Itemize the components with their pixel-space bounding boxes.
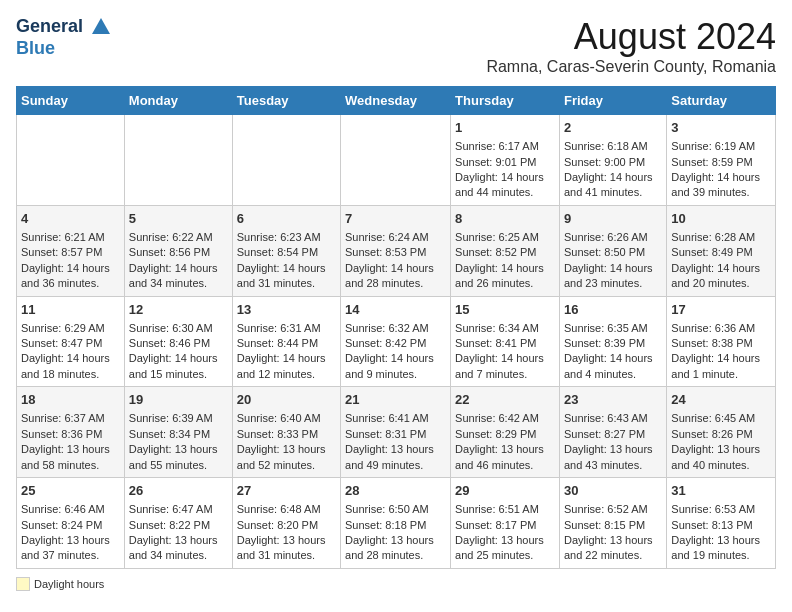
day-info: Sunrise: 6:29 AM: [21, 321, 120, 336]
calendar-week-row: 25Sunrise: 6:46 AMSunset: 8:24 PMDayligh…: [17, 478, 776, 569]
calendar-day-header: Friday: [559, 87, 666, 115]
day-number: 20: [237, 391, 336, 409]
page-header: General Blue August 2024 Ramna, Caras-Se…: [16, 16, 776, 76]
day-info: Sunrise: 6:26 AM: [564, 230, 662, 245]
calendar-cell: [232, 115, 340, 206]
day-info: Sunrise: 6:34 AM: [455, 321, 555, 336]
day-number: 21: [345, 391, 446, 409]
calendar-cell: 24Sunrise: 6:45 AMSunset: 8:26 PMDayligh…: [667, 387, 776, 478]
day-info: Daylight: 14 hours and 1 minute.: [671, 351, 771, 382]
day-info: Daylight: 14 hours and 39 minutes.: [671, 170, 771, 201]
calendar-day-header: Tuesday: [232, 87, 340, 115]
day-number: 25: [21, 482, 120, 500]
day-number: 11: [21, 301, 120, 319]
day-info: Sunset: 8:49 PM: [671, 245, 771, 260]
day-info: Daylight: 13 hours and 43 minutes.: [564, 442, 662, 473]
day-number: 14: [345, 301, 446, 319]
day-info: Sunset: 9:01 PM: [455, 155, 555, 170]
day-number: 5: [129, 210, 228, 228]
day-number: 1: [455, 119, 555, 137]
day-info: Sunset: 8:46 PM: [129, 336, 228, 351]
title-block: August 2024 Ramna, Caras-Severin County,…: [486, 16, 776, 76]
logo-icon: [90, 16, 112, 38]
calendar-cell: 10Sunrise: 6:28 AMSunset: 8:49 PMDayligh…: [667, 205, 776, 296]
calendar-header-row: SundayMondayTuesdayWednesdayThursdayFrid…: [17, 87, 776, 115]
calendar-cell: 14Sunrise: 6:32 AMSunset: 8:42 PMDayligh…: [341, 296, 451, 387]
calendar-cell: 3Sunrise: 6:19 AMSunset: 8:59 PMDaylight…: [667, 115, 776, 206]
calendar-cell: 25Sunrise: 6:46 AMSunset: 8:24 PMDayligh…: [17, 478, 125, 569]
day-info: Daylight: 14 hours and 31 minutes.: [237, 261, 336, 292]
calendar-cell: 17Sunrise: 6:36 AMSunset: 8:38 PMDayligh…: [667, 296, 776, 387]
day-info: Sunset: 8:13 PM: [671, 518, 771, 533]
day-info: Sunset: 8:27 PM: [564, 427, 662, 442]
calendar-cell: 18Sunrise: 6:37 AMSunset: 8:36 PMDayligh…: [17, 387, 125, 478]
calendar-week-row: 1Sunrise: 6:17 AMSunset: 9:01 PMDaylight…: [17, 115, 776, 206]
calendar-day-header: Saturday: [667, 87, 776, 115]
day-info: Daylight: 14 hours and 26 minutes.: [455, 261, 555, 292]
day-info: Sunset: 8:15 PM: [564, 518, 662, 533]
calendar-cell: 20Sunrise: 6:40 AMSunset: 8:33 PMDayligh…: [232, 387, 340, 478]
day-number: 27: [237, 482, 336, 500]
calendar-cell: 5Sunrise: 6:22 AMSunset: 8:56 PMDaylight…: [124, 205, 232, 296]
day-info: Sunrise: 6:41 AM: [345, 411, 446, 426]
day-info: Daylight: 14 hours and 18 minutes.: [21, 351, 120, 382]
calendar-cell: 22Sunrise: 6:42 AMSunset: 8:29 PMDayligh…: [451, 387, 560, 478]
calendar-cell: 19Sunrise: 6:39 AMSunset: 8:34 PMDayligh…: [124, 387, 232, 478]
day-number: 23: [564, 391, 662, 409]
svg-marker-0: [92, 18, 110, 34]
calendar-cell: 4Sunrise: 6:21 AMSunset: 8:57 PMDaylight…: [17, 205, 125, 296]
legend-daylight-box: [16, 577, 30, 591]
day-info: Sunrise: 6:35 AM: [564, 321, 662, 336]
day-info: Sunrise: 6:21 AM: [21, 230, 120, 245]
legend: Daylight hours: [16, 577, 776, 591]
day-info: Sunset: 8:42 PM: [345, 336, 446, 351]
day-number: 15: [455, 301, 555, 319]
calendar-cell: 8Sunrise: 6:25 AMSunset: 8:52 PMDaylight…: [451, 205, 560, 296]
day-number: 8: [455, 210, 555, 228]
day-info: Sunrise: 6:39 AM: [129, 411, 228, 426]
calendar-cell: 6Sunrise: 6:23 AMSunset: 8:54 PMDaylight…: [232, 205, 340, 296]
calendar-day-header: Thursday: [451, 87, 560, 115]
calendar-cell: 1Sunrise: 6:17 AMSunset: 9:01 PMDaylight…: [451, 115, 560, 206]
day-info: Sunrise: 6:17 AM: [455, 139, 555, 154]
day-info: Daylight: 13 hours and 37 minutes.: [21, 533, 120, 564]
day-info: Daylight: 14 hours and 36 minutes.: [21, 261, 120, 292]
location-subtitle: Ramna, Caras-Severin County, Romania: [486, 58, 776, 76]
day-info: Daylight: 13 hours and 55 minutes.: [129, 442, 228, 473]
calendar-cell: 2Sunrise: 6:18 AMSunset: 9:00 PMDaylight…: [559, 115, 666, 206]
day-info: Daylight: 13 hours and 34 minutes.: [129, 533, 228, 564]
day-info: Sunrise: 6:42 AM: [455, 411, 555, 426]
day-info: Daylight: 14 hours and 9 minutes.: [345, 351, 446, 382]
day-info: Sunrise: 6:19 AM: [671, 139, 771, 154]
day-info: Daylight: 13 hours and 40 minutes.: [671, 442, 771, 473]
day-info: Daylight: 13 hours and 46 minutes.: [455, 442, 555, 473]
calendar-cell: 26Sunrise: 6:47 AMSunset: 8:22 PMDayligh…: [124, 478, 232, 569]
day-info: Sunset: 8:36 PM: [21, 427, 120, 442]
day-number: 2: [564, 119, 662, 137]
day-info: Daylight: 14 hours and 15 minutes.: [129, 351, 228, 382]
day-number: 13: [237, 301, 336, 319]
day-info: Sunset: 8:44 PM: [237, 336, 336, 351]
calendar-day-header: Sunday: [17, 87, 125, 115]
day-number: 3: [671, 119, 771, 137]
calendar-day-header: Monday: [124, 87, 232, 115]
day-info: Sunset: 8:38 PM: [671, 336, 771, 351]
day-info: Sunrise: 6:30 AM: [129, 321, 228, 336]
calendar-cell: 16Sunrise: 6:35 AMSunset: 8:39 PMDayligh…: [559, 296, 666, 387]
day-number: 28: [345, 482, 446, 500]
day-info: Daylight: 13 hours and 31 minutes.: [237, 533, 336, 564]
calendar-cell: 15Sunrise: 6:34 AMSunset: 8:41 PMDayligh…: [451, 296, 560, 387]
legend-daylight-label: Daylight hours: [34, 578, 104, 590]
day-number: 4: [21, 210, 120, 228]
day-info: Sunrise: 6:53 AM: [671, 502, 771, 517]
day-info: Sunrise: 6:37 AM: [21, 411, 120, 426]
calendar-cell: [341, 115, 451, 206]
day-number: 6: [237, 210, 336, 228]
day-info: Sunrise: 6:46 AM: [21, 502, 120, 517]
day-info: Daylight: 13 hours and 58 minutes.: [21, 442, 120, 473]
logo-line2: Blue: [16, 38, 112, 60]
day-info: Sunrise: 6:28 AM: [671, 230, 771, 245]
day-number: 26: [129, 482, 228, 500]
day-info: Sunset: 8:47 PM: [21, 336, 120, 351]
day-info: Daylight: 14 hours and 4 minutes.: [564, 351, 662, 382]
